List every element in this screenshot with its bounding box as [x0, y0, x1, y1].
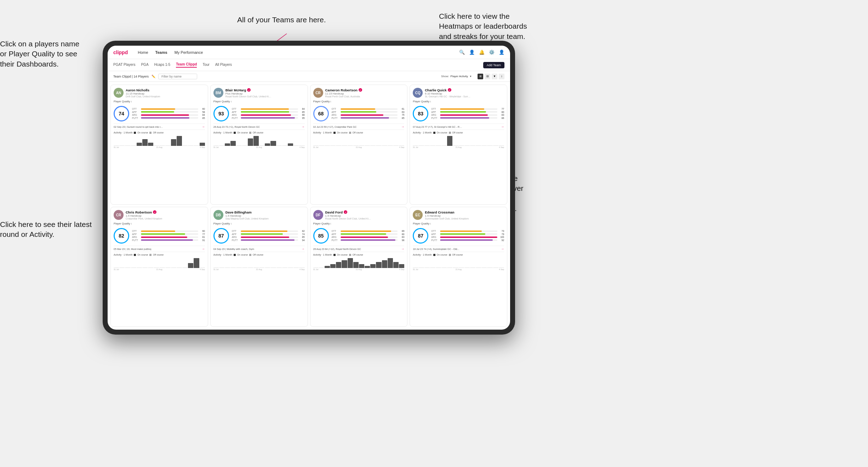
arg-stat: ARG 88: [232, 114, 305, 116]
chart-xaxis: 31 Jul 21 Aug 4 Sep: [213, 268, 305, 270]
latest-round[interactable]: 26 Aug 23 84 (+12), Royal North Devon GC…: [313, 246, 405, 252]
quality-stats: OTT 60 APP 58 ARG 84 PUTT 85: [132, 108, 205, 120]
heatmaps-callout: Click here to view theHeatmaps or leader…: [439, 11, 527, 41]
verified-badge: ✓: [359, 88, 362, 92]
latest-round[interactable]: 18 Jul 23 74 (+4), Sunningdale GC - Old.…: [413, 246, 504, 252]
quality-score[interactable]: 87: [213, 228, 229, 244]
player-handicap: 1-5 Handicap: [126, 214, 162, 217]
add-team-button[interactable]: Add Team: [483, 62, 504, 68]
latest-round-arrow[interactable]: →: [202, 247, 205, 251]
quality-stats: OTT 84 APP 85 ARG 88 PUTT 95: [232, 108, 305, 120]
quality-label: Player Quality ℹ: [114, 222, 132, 225]
latest-round-arrow[interactable]: →: [401, 247, 404, 251]
edit-icon[interactable]: ✏️: [152, 75, 155, 78]
sub-nav-tour[interactable]: Tour: [202, 63, 209, 67]
ott-label: OTT: [332, 230, 339, 232]
activity-section: Activity · 1 Month On course Off course …: [413, 131, 504, 148]
filter-icon[interactable]: ▼: [492, 74, 497, 79]
latest-round[interactable]: 02 Jul 23 59 (+17), Craigmillar Park GC …: [313, 124, 405, 130]
grid4-view-icon[interactable]: ⊞: [478, 74, 483, 79]
chart-xaxis: 31 Jul 21 Aug 4 Sep: [313, 146, 405, 148]
quality-score[interactable]: 93: [213, 106, 229, 121]
sub-nav-pga[interactable]: PGA: [141, 63, 148, 67]
quality-stats: OTT 82 APP 74 ARG 85 PUTT 94: [232, 230, 305, 242]
player-name[interactable]: Dave Billingham: [225, 210, 269, 214]
quality-score[interactable]: 68: [313, 106, 329, 121]
activity-label: Activity · 1 Month On course Off course: [413, 254, 504, 256]
latest-round-arrow[interactable]: →: [302, 247, 305, 251]
grid3-view-icon[interactable]: ⊟: [485, 74, 490, 79]
player-name[interactable]: Charlie Quick✓: [425, 88, 471, 92]
latest-round[interactable]: 26 Aug 23 73 (+1), Royal North Devon GC …: [213, 124, 305, 130]
search-input[interactable]: [158, 74, 197, 79]
player-avatar[interactable]: CR: [313, 88, 323, 98]
activity-section: Activity · 1 Month On course Off course …: [313, 254, 405, 270]
latest-round[interactable]: 07 Aug 23 77 (+7), St George's Hill GC -…: [413, 124, 504, 130]
player-avatar[interactable]: DF: [313, 210, 323, 220]
nav-home[interactable]: Home: [138, 50, 148, 55]
chevron-down-icon[interactable]: ▼: [469, 75, 472, 78]
putt-bar: [241, 117, 298, 119]
latest-round[interactable]: 05 Mar 23 | 19, Must make putting →: [114, 246, 205, 252]
player-avatar[interactable]: DB: [213, 210, 223, 220]
putt-stat: PUTT 94: [232, 239, 305, 241]
person-icon[interactable]: 👤: [469, 50, 475, 55]
view-icons: ⊞ ⊟ ▼ ↕: [478, 74, 504, 79]
search-icon[interactable]: 🔍: [459, 50, 465, 55]
latest-round-arrow[interactable]: →: [202, 125, 205, 129]
latest-round[interactable]: 02 Sep 23 | Sunset round to get back int…: [114, 124, 205, 130]
activity-section: Activity · 1 Month On course Off course …: [114, 131, 205, 148]
settings-icon[interactable]: ⚙️: [489, 50, 495, 55]
quality-score[interactable]: 83: [413, 106, 428, 121]
sub-nav-team-clippd[interactable]: Team Clippd: [176, 62, 197, 68]
sub-nav-hcaps[interactable]: Hcaps 1-5: [154, 63, 171, 67]
player-name[interactable]: Blair McHarg✓: [225, 88, 272, 92]
quality-label: Player Quality ℹ: [213, 100, 232, 103]
player-avatar[interactable]: EC: [413, 210, 423, 220]
nav-my-performance[interactable]: My Performance: [175, 50, 203, 55]
sub-nav-pgat[interactable]: PGAT Players: [113, 63, 135, 67]
latest-round-arrow[interactable]: →: [401, 125, 404, 129]
player-name[interactable]: Cameron Robertson✓: [325, 88, 362, 92]
latest-round[interactable]: 04 Sep 23 | Mobility with coach, Gym →: [213, 246, 305, 252]
quality-score[interactable]: 87: [413, 228, 428, 244]
latest-round-arrow[interactable]: →: [501, 247, 504, 251]
putt-stat: PUTT 85: [332, 117, 405, 119]
xaxis-start: 31 Jul: [114, 268, 119, 270]
quality-score[interactable]: 82: [114, 228, 129, 244]
app-value: 77: [199, 233, 205, 235]
arg-value: 83: [399, 236, 404, 238]
xaxis-mid: 21 Aug: [256, 268, 262, 270]
player-avatar[interactable]: AN: [114, 88, 124, 98]
app-stat: APP 85: [232, 111, 305, 113]
player-name[interactable]: David Ford✓: [325, 210, 371, 214]
sub-nav: PGAT Players PGA Hcaps 1-5 Team Clippd T…: [108, 59, 510, 71]
sort-icon[interactable]: ↕: [499, 74, 504, 79]
avatar-icon[interactable]: 👤: [499, 50, 504, 55]
activity-text: Activity · 1 Month: [313, 254, 332, 256]
player-name[interactable]: Aaron Nicholls: [126, 88, 160, 92]
bell-icon[interactable]: 🔔: [479, 50, 485, 55]
player-avatar[interactable]: CQ: [413, 88, 423, 98]
chart-xaxis: 31 Jul 21 Aug 4 Sep: [313, 268, 405, 270]
player-name[interactable]: Edward Crossman: [425, 210, 469, 214]
nav-teams[interactable]: Teams: [155, 50, 167, 55]
app-value: 85: [299, 111, 305, 113]
sub-nav-all-players[interactable]: All Players: [215, 63, 232, 67]
ott-bar: [241, 108, 298, 110]
player-avatar[interactable]: CR: [114, 210, 124, 220]
tablet-screen: clippd Home Teams My Performance 🔍 👤 🔔 ⚙…: [108, 46, 510, 330]
quality-score[interactable]: 85: [313, 228, 329, 244]
player-avatar[interactable]: BM: [213, 88, 223, 98]
ott-stat: OTT 77: [431, 108, 504, 110]
arg-bar: [341, 237, 398, 238]
off-course-label: Off course: [153, 131, 164, 134]
quality-score[interactable]: 74: [114, 106, 129, 121]
activity-label: Activity · 1 Month On course Off course: [213, 131, 305, 134]
show-value[interactable]: Player Activity: [450, 75, 468, 78]
ott-bar: [440, 230, 497, 232]
player-name[interactable]: Chris Robertson✓: [126, 210, 162, 214]
player-info: Chris Robertson✓ 1-5 Handicap Craigmilla…: [126, 210, 162, 220]
latest-round-arrow[interactable]: →: [302, 125, 305, 129]
latest-round-arrow[interactable]: →: [501, 125, 504, 129]
